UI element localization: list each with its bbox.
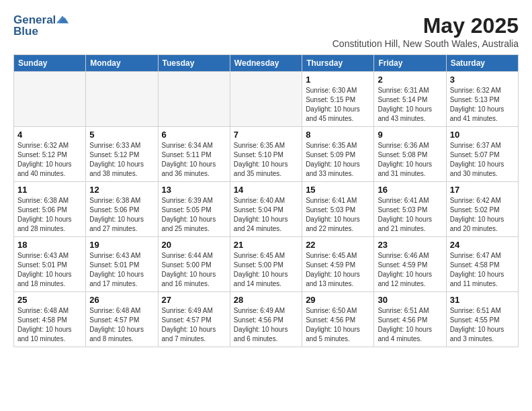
sunrise: Sunrise: 6:37 AM: [450, 141, 515, 150]
sunset: Sunset: 4:59 PM: [306, 261, 370, 270]
calendar-cell: 3Sunrise: 6:32 AMSunset: 5:13 PMDaylight…: [446, 72, 518, 127]
daylight: Daylight: 10 hours and 12 minutes.: [378, 270, 442, 289]
day-number: 22: [306, 240, 370, 250]
calendar-cell: 24Sunrise: 6:47 AMSunset: 4:58 PMDayligh…: [446, 237, 518, 292]
sunset: Sunset: 5:00 PM: [162, 261, 226, 270]
sunset: Sunset: 5:14 PM: [378, 95, 442, 105]
sunset: Sunset: 4:56 PM: [378, 316, 442, 325]
calendar-cell: 8Sunrise: 6:35 AMSunset: 5:09 PMDaylight…: [302, 127, 374, 182]
sunset: Sunset: 5:06 PM: [89, 205, 154, 215]
day-number: 1: [306, 75, 370, 85]
daylight: Daylight: 10 hours and 41 minutes.: [450, 105, 515, 124]
daylight: Daylight: 10 hours and 22 minutes.: [306, 215, 370, 234]
day-number: 15: [306, 185, 370, 195]
sunrise: Sunrise: 6:45 AM: [234, 251, 298, 261]
title-area: May 2025 Constitution Hill, New South Wa…: [332, 13, 519, 49]
day-data: Sunrise: 6:33 AMSunset: 5:12 PMDaylight:…: [89, 141, 154, 179]
calendar-cell: 6Sunrise: 6:34 AMSunset: 5:11 PMDaylight…: [158, 127, 230, 182]
calendar-cell: 26Sunrise: 6:48 AMSunset: 4:57 PMDayligh…: [86, 292, 158, 347]
sunrise: Sunrise: 6:51 AM: [450, 306, 515, 316]
day-data: Sunrise: 6:37 AMSunset: 5:07 PMDaylight:…: [450, 141, 515, 179]
calendar-cell: 30Sunrise: 6:51 AMSunset: 4:56 PMDayligh…: [374, 292, 446, 347]
day-data: Sunrise: 6:45 AMSunset: 4:59 PMDaylight:…: [306, 251, 370, 289]
daylight: Daylight: 10 hours and 4 minutes.: [378, 325, 442, 344]
day-number: 9: [378, 130, 442, 140]
calendar-cell: [230, 72, 302, 127]
sunset: Sunset: 4:59 PM: [378, 261, 442, 270]
day-data: Sunrise: 6:49 AMSunset: 4:57 PMDaylight:…: [162, 306, 226, 344]
day-number: 23: [378, 240, 442, 250]
day-data: Sunrise: 6:38 AMSunset: 5:06 PMDaylight:…: [17, 196, 82, 234]
day-data: Sunrise: 6:44 AMSunset: 5:00 PMDaylight:…: [162, 251, 226, 289]
sunrise: Sunrise: 6:41 AM: [378, 196, 442, 205]
calendar-cell: 20Sunrise: 6:44 AMSunset: 5:00 PMDayligh…: [158, 237, 230, 292]
sunset: Sunset: 5:01 PM: [89, 261, 154, 270]
day-data: Sunrise: 6:36 AMSunset: 5:08 PMDaylight:…: [378, 141, 442, 179]
header-friday: Friday: [374, 55, 446, 72]
daylight: Daylight: 10 hours and 14 minutes.: [234, 270, 298, 289]
day-data: Sunrise: 6:32 AMSunset: 5:12 PMDaylight:…: [17, 141, 82, 179]
sunrise: Sunrise: 6:50 AM: [306, 306, 370, 316]
daylight: Daylight: 10 hours and 13 minutes.: [306, 270, 370, 289]
sunrise: Sunrise: 6:39 AM: [162, 196, 226, 205]
daylight: Daylight: 10 hours and 40 minutes.: [17, 160, 82, 179]
daylight: Daylight: 10 hours and 7 minutes.: [162, 325, 226, 344]
calendar-cell: 31Sunrise: 6:51 AMSunset: 4:55 PMDayligh…: [446, 292, 518, 347]
sunset: Sunset: 4:57 PM: [162, 316, 226, 325]
day-data: Sunrise: 6:43 AMSunset: 5:01 PMDaylight:…: [17, 251, 82, 289]
day-data: Sunrise: 6:43 AMSunset: 5:01 PMDaylight:…: [89, 251, 154, 289]
sunrise: Sunrise: 6:31 AM: [378, 86, 442, 95]
calendar-cell: 21Sunrise: 6:45 AMSunset: 5:00 PMDayligh…: [230, 237, 302, 292]
day-number: 13: [162, 185, 226, 195]
sunrise: Sunrise: 6:40 AM: [234, 196, 298, 205]
day-number: 14: [234, 185, 298, 195]
sunrise: Sunrise: 6:45 AM: [306, 251, 370, 261]
day-data: Sunrise: 6:41 AMSunset: 5:03 PMDaylight:…: [378, 196, 442, 234]
day-data: Sunrise: 6:39 AMSunset: 5:05 PMDaylight:…: [162, 196, 226, 234]
calendar: Sunday Monday Tuesday Wednesday Thursday…: [13, 54, 519, 347]
day-number: 24: [450, 240, 515, 250]
logo-blue: Blue: [13, 25, 69, 38]
sunset: Sunset: 5:13 PM: [450, 95, 515, 105]
sunrise: Sunrise: 6:51 AM: [378, 306, 442, 316]
calendar-cell: 11Sunrise: 6:38 AMSunset: 5:06 PMDayligh…: [14, 182, 86, 237]
calendar-cell: 25Sunrise: 6:48 AMSunset: 4:58 PMDayligh…: [14, 292, 86, 347]
calendar-cell: 16Sunrise: 6:41 AMSunset: 5:03 PMDayligh…: [374, 182, 446, 237]
calendar-cell: 4Sunrise: 6:32 AMSunset: 5:12 PMDaylight…: [14, 127, 86, 182]
sunrise: Sunrise: 6:46 AM: [378, 251, 442, 261]
sunset: Sunset: 5:10 PM: [234, 150, 298, 160]
day-number: 25: [17, 295, 82, 305]
daylight: Daylight: 10 hours and 25 minutes.: [162, 215, 226, 234]
daylight: Daylight: 10 hours and 30 minutes.: [450, 160, 515, 179]
header-monday: Monday: [86, 55, 158, 72]
daylight: Daylight: 10 hours and 20 minutes.: [450, 215, 515, 234]
daylight: Daylight: 10 hours and 6 minutes.: [234, 325, 298, 344]
day-number: 18: [17, 240, 82, 250]
day-number: 6: [162, 130, 226, 140]
daylight: Daylight: 10 hours and 36 minutes.: [162, 160, 226, 179]
daylight: Daylight: 10 hours and 31 minutes.: [378, 160, 442, 179]
sunrise: Sunrise: 6:49 AM: [162, 306, 226, 316]
calendar-cell: 14Sunrise: 6:40 AMSunset: 5:04 PMDayligh…: [230, 182, 302, 237]
logo-icon: [56, 13, 69, 26]
daylight: Daylight: 10 hours and 16 minutes.: [162, 270, 226, 289]
calendar-cell: 28Sunrise: 6:49 AMSunset: 4:56 PMDayligh…: [230, 292, 302, 347]
sunrise: Sunrise: 6:43 AM: [89, 251, 154, 261]
daylight: Daylight: 10 hours and 3 minutes.: [450, 325, 515, 344]
day-data: Sunrise: 6:47 AMSunset: 4:58 PMDaylight:…: [450, 251, 515, 289]
daylight: Daylight: 10 hours and 8 minutes.: [89, 325, 154, 344]
sunrise: Sunrise: 6:42 AM: [450, 196, 515, 205]
day-data: Sunrise: 6:48 AMSunset: 4:58 PMDaylight:…: [17, 306, 82, 344]
calendar-cell: 1Sunrise: 6:30 AMSunset: 5:15 PMDaylight…: [302, 72, 374, 127]
sunset: Sunset: 5:11 PM: [162, 150, 226, 160]
sunrise: Sunrise: 6:48 AM: [17, 306, 82, 316]
sunset: Sunset: 5:05 PM: [162, 205, 226, 215]
day-number: 4: [17, 130, 82, 140]
sunset: Sunset: 5:09 PM: [306, 150, 370, 160]
daylight: Daylight: 10 hours and 28 minutes.: [17, 215, 82, 234]
sunrise: Sunrise: 6:41 AM: [306, 196, 370, 205]
sunset: Sunset: 5:06 PM: [17, 205, 82, 215]
sunrise: Sunrise: 6:34 AM: [162, 141, 226, 150]
header-tuesday: Tuesday: [158, 55, 230, 72]
day-data: Sunrise: 6:48 AMSunset: 4:57 PMDaylight:…: [89, 306, 154, 344]
